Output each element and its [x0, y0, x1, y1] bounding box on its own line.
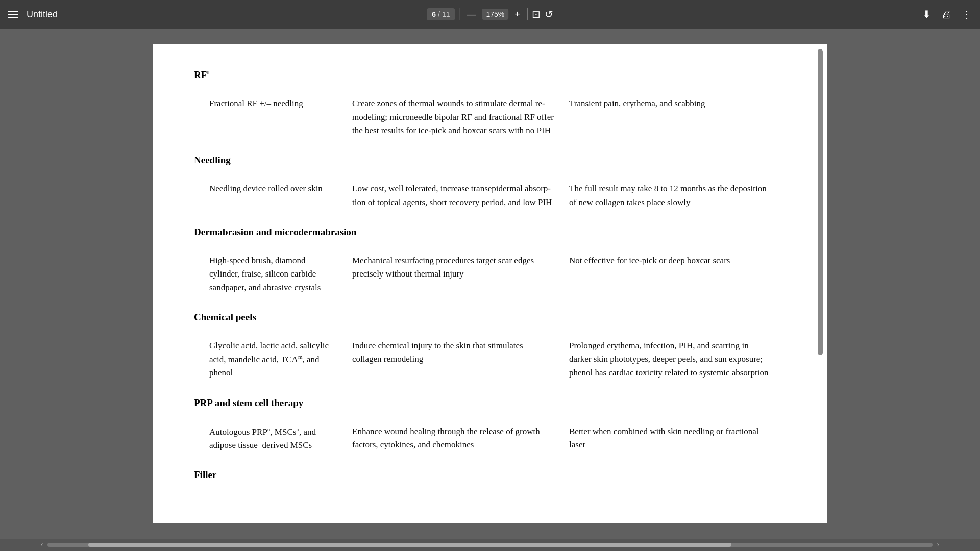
- table-row: High‑speed brush, diamond cylinder, frai…: [194, 247, 786, 302]
- rf-section: RFI Fractional RF +/– needling Create zo…: [194, 69, 786, 144]
- page-content: RFI Fractional RF +/– needling Create zo…: [153, 44, 827, 523]
- dermabrasion-col2: Mechanical resurfacing procedures target…: [352, 254, 569, 294]
- prp-header: PRP and stem cell therapy: [194, 397, 786, 409]
- needling-col2: Low cost, well tolerated, increase trans…: [352, 182, 569, 209]
- divider: [459, 8, 459, 20]
- needling-col1: Needling device rolled over skin: [209, 182, 352, 209]
- page-current[interactable]: 6: [432, 10, 436, 18]
- vertical-scrollbar[interactable]: [818, 49, 823, 355]
- prp-col2: Enhance wound healing through the releas…: [352, 425, 569, 452]
- zoom-level: 175%: [482, 9, 508, 20]
- dermabrasion-section: Dermabrasion and microdermabrasion High‑…: [194, 227, 786, 302]
- scroll-right-button[interactable]: ›: [937, 541, 939, 549]
- dermabrasion-col3: Not effective for ice-pick or deep boxca…: [569, 254, 786, 294]
- page-separator: /: [438, 10, 440, 18]
- prp-section: PRP and stem cell therapy Autologous PRP…: [194, 397, 786, 459]
- needling-section: Needling Needling device rolled over ski…: [194, 155, 786, 216]
- print-icon[interactable]: 🖨: [941, 9, 951, 20]
- divider2: [527, 8, 528, 20]
- toolbar: Untitled 6 / 11 — 175% + ⊡ ↺ ⬇ 🖨 ⋮: [0, 0, 980, 29]
- document-title: Untitled: [27, 9, 58, 20]
- table-row: Needling device rolled over skin Low cos…: [194, 175, 786, 216]
- page-controls: 6 / 11: [427, 8, 455, 20]
- filler-header: Filler: [194, 469, 786, 481]
- chemical-peels-section: Chemical peels Glycolic acid, lactic aci…: [194, 312, 786, 387]
- toolbar-center: 6 / 11 — 175% + ⊡ ↺: [427, 8, 553, 21]
- toolbar-left: Untitled: [8, 9, 58, 20]
- needling-col3: The full result may take 8 to 12 months …: [569, 182, 786, 209]
- chemical-peels-header: Chemical peels: [194, 312, 786, 323]
- rf-col1: Fractional RF +/– needling: [209, 97, 352, 137]
- bottom-scrollbar-area: ‹ ›: [0, 539, 980, 551]
- rf-col3: Transient pain, erythema, and scabbing: [569, 97, 786, 137]
- peels-col2: Induce chemical injury to the skin that …: [352, 339, 569, 380]
- peels-col3: Prolonged erythema, infection, PIH, and …: [569, 339, 786, 380]
- table-row: Fractional RF +/– needling Create zones …: [194, 90, 786, 144]
- filler-section: Filler: [194, 469, 786, 481]
- fit-page-icon[interactable]: ⊡: [532, 8, 541, 20]
- rf-header: RFI: [194, 69, 786, 81]
- download-icon[interactable]: ⬇: [922, 8, 931, 20]
- more-options-icon[interactable]: ⋮: [962, 8, 972, 20]
- menu-icon[interactable]: [8, 11, 18, 18]
- prp-col3: Better when combined with skin needling …: [569, 425, 786, 452]
- peels-col1: Glycolic acid, lactic acid, salicylic ac…: [209, 339, 352, 380]
- needling-header: Needling: [194, 155, 786, 166]
- dermabrasion-col1: High‑speed brush, diamond cylinder, frai…: [209, 254, 352, 294]
- zoom-in-button[interactable]: +: [511, 8, 523, 21]
- rf-col2: Create zones of thermal wounds to stimul…: [352, 97, 569, 137]
- horizontal-scrollbar-thumb[interactable]: [88, 543, 731, 547]
- scroll-left-button[interactable]: ‹: [41, 541, 43, 549]
- document-area: RFI Fractional RF +/– needling Create zo…: [0, 29, 980, 539]
- zoom-out-button[interactable]: —: [463, 8, 479, 21]
- history-icon[interactable]: ↺: [545, 8, 553, 20]
- dermabrasion-header: Dermabrasion and microdermabrasion: [194, 227, 786, 238]
- table-row: Autologous PRPn, MSCso, and adipose tiss…: [194, 418, 786, 459]
- table-row: Glycolic acid, lactic acid, salicylic ac…: [194, 332, 786, 387]
- page-total: 11: [442, 10, 450, 18]
- horizontal-scrollbar-track[interactable]: [47, 543, 933, 547]
- toolbar-right: ⬇ 🖨 ⋮: [922, 8, 972, 20]
- prp-col1: Autologous PRPn, MSCso, and adipose tiss…: [209, 425, 352, 452]
- zoom-controls: — 175% +: [463, 8, 523, 21]
